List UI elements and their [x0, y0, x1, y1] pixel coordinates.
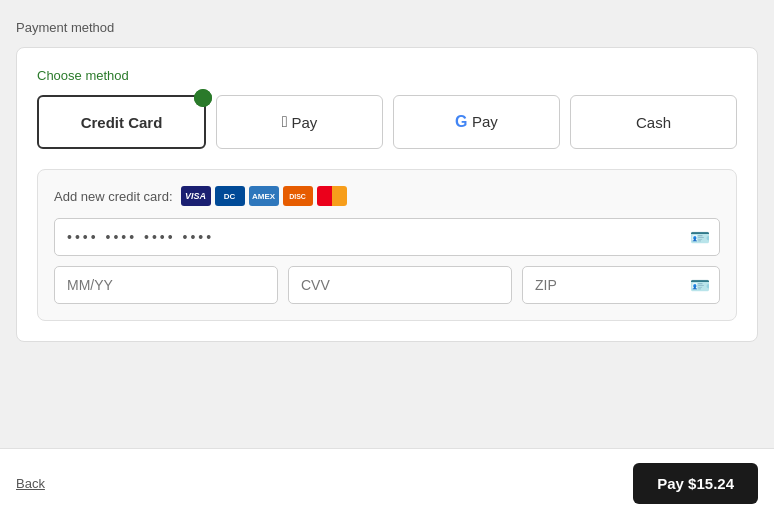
- cash-label: Cash: [636, 114, 671, 131]
- card-icons-row: VISA DC AMEX DISC: [181, 186, 347, 206]
- add-card-text: Add new credit card:: [54, 189, 173, 204]
- selected-checkmark: ✓: [194, 89, 212, 107]
- payment-methods-row: Credit Card ✓  Pay G Pay Cash: [37, 95, 737, 149]
- discover-icon: DISC: [283, 186, 313, 206]
- card-fields-row: 🪪: [54, 266, 720, 304]
- main-content: Payment method Choose method Credit Card…: [0, 0, 774, 448]
- zip-wrapper: 🪪: [522, 266, 720, 304]
- expiry-input[interactable]: [54, 266, 278, 304]
- apple-pay-label:  Pay: [282, 113, 318, 131]
- cash-button[interactable]: Cash: [570, 95, 737, 149]
- cvv-input[interactable]: [288, 266, 512, 304]
- apple-icon: : [282, 113, 288, 131]
- payment-method-title: Payment method: [16, 20, 758, 35]
- zip-icon: 🪪: [690, 276, 710, 295]
- google-pay-label: G Pay: [455, 113, 498, 131]
- diners-icon: DC: [215, 186, 245, 206]
- footer: Back Pay $15.24: [0, 448, 774, 518]
- back-button[interactable]: Back: [16, 476, 45, 491]
- payment-card: Choose method Credit Card ✓  Pay G Pay: [16, 47, 758, 342]
- credit-card-button[interactable]: Credit Card ✓: [37, 95, 206, 149]
- mastercard-icon: [317, 186, 347, 206]
- credit-card-form: Add new credit card: VISA DC AMEX DISC 🪪: [37, 169, 737, 321]
- card-number-icon: 🪪: [690, 228, 710, 247]
- credit-card-label: Credit Card: [81, 114, 163, 131]
- choose-method-label: Choose method: [37, 68, 737, 83]
- amex-icon: AMEX: [249, 186, 279, 206]
- google-pay-button[interactable]: G Pay: [393, 95, 560, 149]
- apple-pay-button[interactable]:  Pay: [216, 95, 383, 149]
- card-number-row: 🪪: [54, 218, 720, 256]
- card-number-input[interactable]: [54, 218, 720, 256]
- add-card-row: Add new credit card: VISA DC AMEX DISC: [54, 186, 720, 206]
- pay-button[interactable]: Pay $15.24: [633, 463, 758, 504]
- visa-icon: VISA: [181, 186, 211, 206]
